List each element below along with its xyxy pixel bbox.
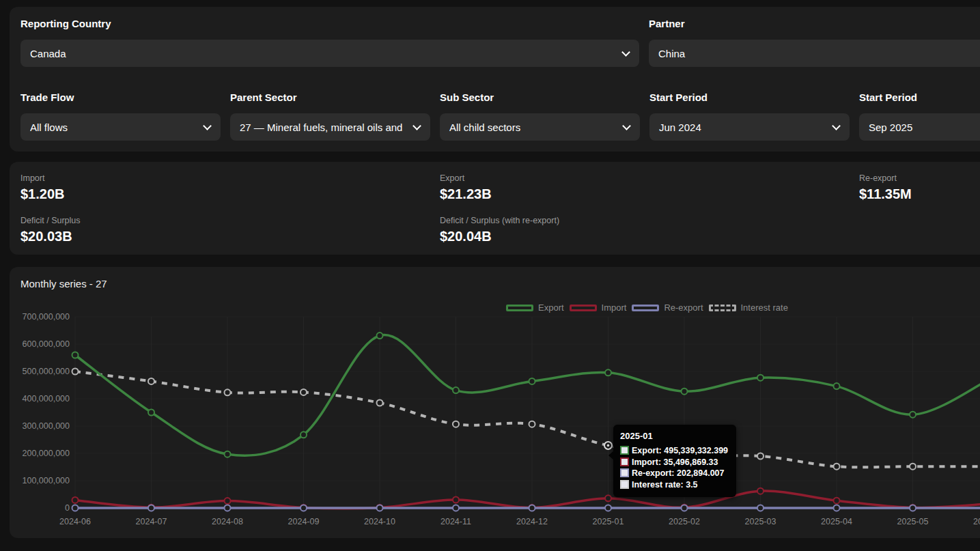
import-swatch-icon: [620, 457, 629, 466]
trade-flow-select[interactable]: All flows: [20, 113, 221, 141]
svg-text:2024-06: 2024-06: [59, 517, 91, 526]
sub-sector-field: Sub Sector All child sectors: [440, 91, 640, 141]
svg-text:200,000,000: 200,000,000: [22, 449, 70, 458]
interest-rate-dashed-swatch-icon: [709, 305, 736, 311]
parent-sector-select[interactable]: 27 — Mineral fuels, mineral oils and: [230, 113, 430, 141]
stat-value: $11.35M: [859, 186, 980, 202]
parent-sector-field: Parent Sector 27 — Mineral fuels, minera…: [230, 91, 430, 141]
chart-legend: Export Import Re-export Interest rate: [506, 302, 788, 313]
chart-card: Monthly series - 27 Export Import Re-exp…: [10, 267, 980, 538]
trade-flow-field: Trade Flow All flows: [20, 91, 221, 141]
stat-value: $20.03B: [20, 228, 440, 244]
filters-row-2: Trade Flow All flows Parent Sector 27 — …: [20, 91, 980, 141]
chart-tooltip: 2025-01 Export: 495,339,332.399 Import: …: [613, 425, 736, 497]
reporting-country-select[interactable]: Canada: [20, 40, 639, 67]
filters-row-1: Reporting Country Canada Partner China: [20, 18, 980, 67]
sub-sector-select[interactable]: All child sectors: [440, 113, 640, 141]
trade-flow-label: Trade Flow: [20, 91, 221, 104]
svg-text:2025-04: 2025-04: [821, 517, 852, 526]
stat-value: $21.23B: [440, 186, 859, 202]
stats-card: Import $1.20B Export $21.23B Re-export $…: [10, 162, 980, 255]
stat-deficit-surplus: Deficit / Surplus $20.03B: [20, 215, 440, 244]
svg-text:2024-12: 2024-12: [516, 517, 548, 526]
stat-deficit-surplus-reexport: Deficit / Surplus (with re-export) $20.0…: [440, 215, 859, 244]
sub-sector-label: Sub Sector: [440, 91, 640, 104]
start-period-label: Start Period: [649, 91, 850, 104]
stat-import: Import $1.20B: [20, 173, 440, 202]
svg-text:2024-11: 2024-11: [440, 517, 471, 526]
svg-text:700,000,000: 700,000,000: [22, 312, 70, 322]
start-period-select[interactable]: Jun 2024: [649, 113, 850, 141]
reexport-line-swatch-icon: [632, 305, 659, 311]
stat-label: Re-export: [859, 173, 980, 184]
svg-text:2025-06: 2025-06: [973, 517, 980, 526]
export-line-swatch-icon: [506, 305, 533, 311]
stat-label: Import: [20, 173, 440, 184]
partner-select[interactable]: China: [649, 40, 980, 67]
reporting-country-label: Reporting Country: [20, 18, 639, 30]
svg-text:300,000,000: 300,000,000: [22, 421, 70, 431]
partner-label: Partner: [649, 18, 980, 30]
svg-text:2024-07: 2024-07: [136, 517, 167, 526]
end-period-field: Start Period Sep 2025: [859, 91, 980, 141]
highlighted-point-dot: [607, 444, 610, 447]
svg-text:2025-02: 2025-02: [669, 517, 700, 526]
start-period-field: Start Period Jun 2024: [649, 91, 850, 141]
chart-plot-area[interactable]: 0100,000,000200,000,000300,000,000400,00…: [10, 267, 980, 538]
tooltip-row-export: Export: 495,339,332.399: [620, 445, 728, 457]
partner-field: Partner China: [649, 18, 980, 67]
end-period-select[interactable]: Sep 2025: [859, 113, 980, 141]
end-period-label: Start Period: [859, 91, 980, 104]
stat-reexport: Re-export $11.35M: [859, 173, 980, 202]
stat-export: Export $21.23B: [440, 173, 859, 202]
legend-item-export[interactable]: Export: [506, 302, 564, 313]
svg-text:2024-08: 2024-08: [212, 517, 243, 526]
chart-title: Monthly series - 27: [20, 278, 107, 289]
svg-text:400,000,000: 400,000,000: [22, 394, 70, 404]
legend-item-import[interactable]: Import: [570, 302, 627, 313]
stat-value: $20.04B: [440, 228, 859, 244]
tooltip-arrow: [608, 451, 614, 460]
legend-item-reexport[interactable]: Re-export: [632, 302, 703, 313]
reexport-swatch-icon: [620, 468, 629, 477]
svg-text:2025-05: 2025-05: [897, 517, 929, 526]
tooltip-row-import: Import: 35,496,869.33: [620, 457, 728, 468]
import-line-swatch-icon: [570, 305, 597, 311]
stat-label: Export: [440, 173, 859, 184]
parent-sector-label: Parent Sector: [230, 91, 430, 104]
svg-text:2024-10: 2024-10: [364, 517, 395, 526]
tooltip-row-reexport: Re-export: 202,894.007: [620, 468, 728, 479]
svg-text:100,000,000: 100,000,000: [22, 476, 70, 485]
grid-lines: [75, 317, 980, 508]
interest-rate-swatch-icon: [620, 480, 629, 489]
series-interest-rate: [72, 369, 980, 470]
stat-label: Deficit / Surplus: [20, 215, 440, 226]
legend-item-interest-rate[interactable]: Interest rate: [709, 302, 788, 313]
svg-text:0: 0: [65, 503, 70, 513]
svg-text:2025-01: 2025-01: [593, 517, 624, 526]
y-axis-labels: 0100,000,000200,000,000300,000,000400,00…: [22, 312, 70, 513]
series-export: [72, 333, 980, 457]
svg-text:2025-03: 2025-03: [745, 517, 776, 526]
stat-value: $1.20B: [20, 186, 440, 202]
svg-text:2024-09: 2024-09: [288, 517, 320, 526]
export-swatch-icon: [620, 446, 629, 455]
svg-text:500,000,000: 500,000,000: [22, 367, 70, 376]
stat-label: Deficit / Surplus (with re-export): [440, 215, 859, 226]
series-re-export: [72, 505, 980, 511]
tooltip-row-interest-rate: Interest rate: 3.5: [620, 479, 728, 491]
tooltip-title: 2025-01: [620, 431, 728, 441]
svg-text:600,000,000: 600,000,000: [22, 339, 70, 349]
reporting-country-field: Reporting Country Canada: [20, 18, 639, 67]
filters-card: Reporting Country Canada Partner China T…: [10, 7, 980, 152]
x-axis-labels: 2024-062024-072024-082024-092024-102024-…: [59, 517, 980, 526]
